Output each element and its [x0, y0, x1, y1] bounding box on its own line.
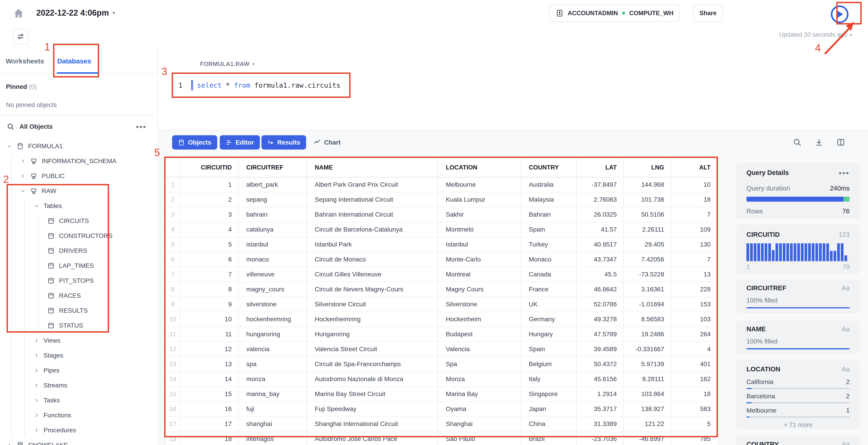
table-cell[interactable]: 13	[181, 357, 239, 372]
tree-item-lap_times[interactable]: LAP_TIMES	[0, 258, 158, 273]
toggle-chart[interactable]: Chart	[308, 135, 346, 149]
chevron-right-icon[interactable]	[20, 158, 26, 164]
tab-worksheets[interactable]: Worksheets	[6, 49, 44, 74]
table-cell[interactable]: 9	[181, 297, 239, 312]
table-cell[interactable]: 10	[181, 312, 239, 327]
table-cell[interactable]: 8	[181, 282, 239, 297]
table-cell[interactable]: Brazil	[521, 432, 577, 445]
table-cell[interactable]: 3.16361	[624, 282, 671, 297]
table-cell[interactable]: 52.0786	[577, 297, 624, 312]
table-cell[interactable]: 144.968	[624, 177, 671, 192]
table-cell[interactable]: Oyama	[438, 402, 521, 417]
table-cell[interactable]: monza	[239, 372, 307, 387]
worksheet-title[interactable]: 2022-12-22 4:06pm ▾	[36, 8, 115, 18]
chevron-right-icon[interactable]	[34, 368, 39, 373]
table-cell[interactable]: 7	[671, 252, 717, 267]
table-cell[interactable]: São Paulo	[438, 432, 521, 445]
table-cell[interactable]: 109	[671, 222, 717, 237]
table-cell[interactable]: 18	[671, 387, 717, 402]
tree-item-pipes[interactable]: Pipes	[0, 363, 158, 378]
tree-item-circuits[interactable]: CIRCUITS	[0, 213, 158, 229]
chevron-right-icon[interactable]	[34, 352, 39, 358]
table-cell[interactable]: Singapore	[521, 387, 577, 402]
table-cell[interactable]: catalunya	[239, 222, 307, 237]
tree-item-stages[interactable]: Stages	[0, 348, 158, 363]
table-cell[interactable]: Circuit de Barcelona-Catalunya	[307, 222, 438, 237]
table-cell[interactable]: Sakhir	[438, 207, 521, 222]
chevron-right-icon[interactable]	[34, 427, 39, 433]
table-cell[interactable]: Monte-Carlo	[438, 252, 521, 267]
more-options-icon[interactable]: •••	[839, 172, 849, 174]
table-cell[interactable]: Silverstone Circuit	[307, 297, 438, 312]
table-cell[interactable]: Hungary	[521, 327, 577, 342]
table-cell[interactable]: Monaco	[521, 252, 577, 267]
table-cell[interactable]: Fuji Speedway	[307, 402, 438, 417]
table-cell[interactable]: hungaroring	[239, 327, 307, 342]
table-cell[interactable]: Valencia	[438, 342, 521, 357]
table-cell[interactable]: villeneuve	[239, 267, 307, 282]
table-cell[interactable]: 31.3389	[577, 417, 624, 432]
split-columns-icon[interactable]	[836, 138, 845, 147]
tree-item-tables[interactable]: Tables	[0, 199, 158, 213]
editor-context-selector[interactable]: FORMULA1.RAW ▾	[200, 61, 254, 68]
tree-item-results[interactable]: RESULTS	[0, 303, 158, 318]
table-cell[interactable]: Italy	[521, 372, 577, 387]
tree-item-tasks[interactable]: Tasks	[0, 393, 158, 408]
table-cell[interactable]: 50.5106	[624, 207, 671, 222]
table-cell[interactable]: 43.7347	[577, 252, 624, 267]
table-cell[interactable]: Shanghai	[438, 417, 521, 432]
table-cell[interactable]: 1.2914	[577, 387, 624, 402]
table-cell[interactable]: 35.3717	[577, 402, 624, 417]
table-cell[interactable]: Australia	[521, 177, 577, 192]
table-cell[interactable]: 6	[181, 252, 239, 267]
table-cell[interactable]: 49.3278	[577, 312, 624, 327]
table-cell[interactable]: 26.0325	[577, 207, 624, 222]
table-cell[interactable]: Silverstone	[438, 297, 521, 312]
table-cell[interactable]: 228	[671, 282, 717, 297]
table-cell[interactable]: Montreal	[438, 267, 521, 282]
table-cell[interactable]: 17	[181, 417, 239, 432]
table-cell[interactable]: 10	[671, 177, 717, 192]
table-cell[interactable]: 2.26111	[624, 222, 671, 237]
table-cell[interactable]: 19.2486	[624, 327, 671, 342]
table-cell[interactable]: shanghai	[239, 417, 307, 432]
table-cell[interactable]: 29.405	[624, 237, 671, 252]
table-cell[interactable]: 103.864	[624, 387, 671, 402]
table-cell[interactable]: monaco	[239, 252, 307, 267]
chevron-down-icon[interactable]	[34, 203, 39, 209]
download-icon[interactable]	[814, 138, 824, 147]
table-cell[interactable]: -0.331667	[624, 342, 671, 357]
tree-item-information_schema[interactable]: INFORMATION_SCHEMA	[0, 153, 158, 169]
table-cell[interactable]: 2.76083	[577, 192, 624, 207]
chevron-right-icon[interactable]	[34, 382, 39, 388]
toggle-objects[interactable]: Objects	[172, 135, 217, 149]
table-cell[interactable]: Bahrain International Circuit	[307, 207, 438, 222]
table-cell[interactable]: UK	[521, 297, 577, 312]
table-cell[interactable]: 4	[181, 222, 239, 237]
search-icon[interactable]	[793, 138, 802, 147]
table-cell[interactable]: 11	[181, 327, 239, 342]
table-cell[interactable]: Autódromo José Carlos Pace	[307, 432, 438, 445]
table-cell[interactable]: marina_bay	[239, 387, 307, 402]
table-cell[interactable]: Hockenheimring	[307, 312, 438, 327]
table-cell[interactable]: -23.7036	[577, 432, 624, 445]
chevron-down-icon[interactable]	[6, 143, 12, 149]
table-cell[interactable]: 40.9517	[577, 237, 624, 252]
table-cell[interactable]: Budapest	[438, 327, 521, 342]
table-cell[interactable]: 401	[671, 357, 717, 372]
table-cell[interactable]: Malaysia	[521, 192, 577, 207]
tree-item-procedures[interactable]: Procedures	[0, 423, 158, 438]
tree-item-status[interactable]: STATUS	[0, 318, 158, 333]
more-options-icon[interactable]: •••	[136, 126, 147, 128]
table-cell[interactable]: 1	[181, 177, 239, 192]
table-cell[interactable]: Marina Bay	[438, 387, 521, 402]
tree-item-views[interactable]: Views	[0, 333, 158, 348]
table-cell[interactable]: bahrain	[239, 207, 307, 222]
tree-item-snowflake[interactable]: SNOWFLAKE	[0, 438, 158, 445]
column-header-name[interactable]: NAME	[307, 158, 438, 177]
home-icon[interactable]	[12, 7, 25, 20]
table-cell[interactable]: 46.8642	[577, 282, 624, 297]
location-value-row[interactable]: Barcelona2	[746, 393, 849, 400]
column-header-country[interactable]: COUNTRY	[521, 158, 577, 177]
object-search[interactable]: All Objects •••	[0, 119, 158, 134]
